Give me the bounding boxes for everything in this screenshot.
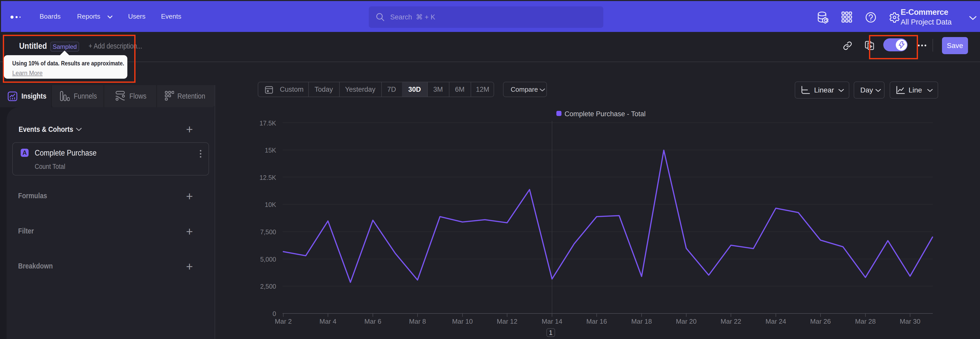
svg-text:Mar 22: Mar 22 xyxy=(721,318,741,325)
svg-text:Mar 10: Mar 10 xyxy=(452,318,473,325)
svg-text:Mar 4: Mar 4 xyxy=(320,318,336,325)
svg-text:10K: 10K xyxy=(265,201,277,208)
svg-text:Mar 26: Mar 26 xyxy=(810,318,831,325)
svg-text:Mar 6: Mar 6 xyxy=(364,318,381,325)
svg-text:Mar 20: Mar 20 xyxy=(676,318,697,325)
svg-text:7,500: 7,500 xyxy=(260,229,276,235)
svg-text:12.5K: 12.5K xyxy=(259,174,277,181)
svg-text:Mar 8: Mar 8 xyxy=(409,318,426,325)
svg-text:Mar 2: Mar 2 xyxy=(275,318,292,325)
svg-text:Mar 30: Mar 30 xyxy=(900,318,921,325)
svg-text:Mar 12: Mar 12 xyxy=(497,318,517,325)
svg-text:Mar 24: Mar 24 xyxy=(765,318,786,325)
svg-text:17.5K: 17.5K xyxy=(259,120,277,127)
svg-text:Mar 28: Mar 28 xyxy=(855,318,876,325)
svg-text:Mar 18: Mar 18 xyxy=(632,318,652,325)
svg-text:Mar 14: Mar 14 xyxy=(542,318,563,325)
svg-text:Mar 16: Mar 16 xyxy=(587,318,607,325)
svg-text:2,500: 2,500 xyxy=(260,283,276,290)
svg-text:15K: 15K xyxy=(265,147,277,154)
svg-text:0: 0 xyxy=(272,310,276,317)
svg-text:5,000: 5,000 xyxy=(260,256,276,263)
